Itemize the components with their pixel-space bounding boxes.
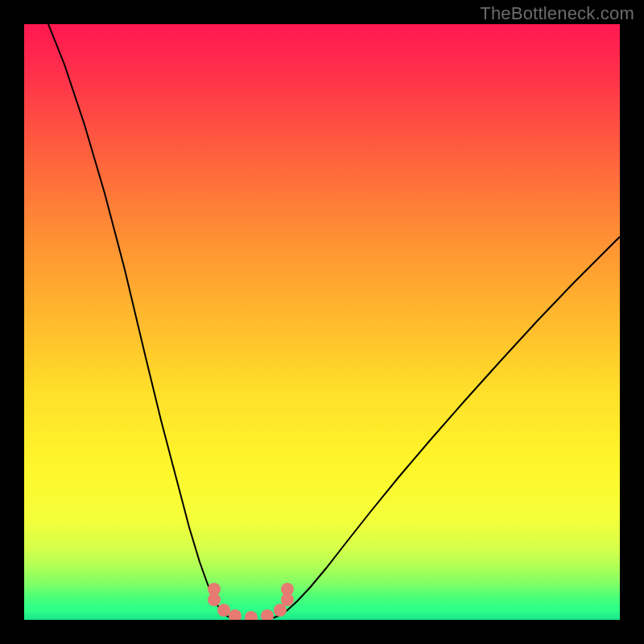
watermark-text: TheBottleneck.com (480, 3, 634, 24)
chart-frame: TheBottleneck.com (0, 0, 644, 644)
bottom-marker-group (208, 583, 294, 620)
plot-area (24, 24, 620, 620)
bottom-marker (245, 611, 258, 620)
curve-right-branch (270, 237, 620, 618)
bottom-marker (274, 604, 287, 617)
curve-layer (24, 24, 620, 620)
bottom-marker (261, 609, 274, 620)
bottom-marker (281, 583, 294, 596)
bottom-marker (208, 593, 221, 606)
bottom-marker (229, 609, 242, 620)
curve-left-branch (48, 24, 235, 618)
bottom-marker (217, 604, 230, 617)
